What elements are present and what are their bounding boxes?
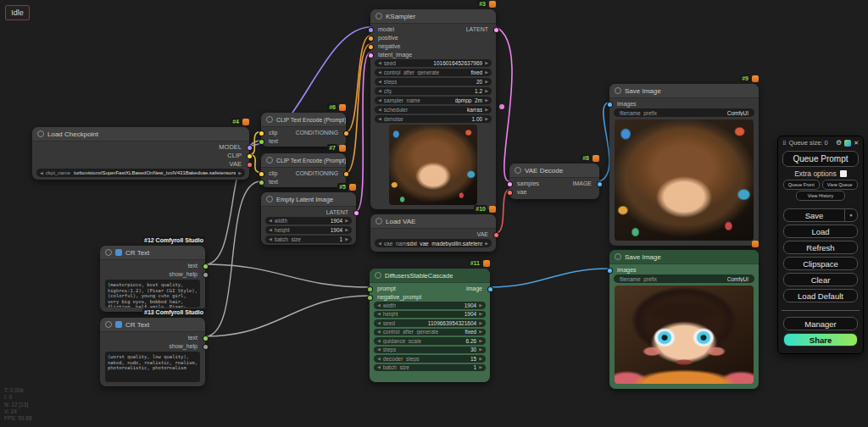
reroute-dot[interactable] — [499, 104, 504, 109]
refresh-button[interactable]: Refresh — [783, 241, 858, 254]
prompt-slot-dot[interactable] — [368, 287, 372, 291]
clipspace-button[interactable]: Clipspace — [783, 257, 858, 270]
node-load-checkpoint[interactable]: #4 Load Checkpoint MODEL CLIP VAE ◀ ckpt… — [32, 127, 249, 180]
next-value-icon[interactable]: ▶ — [485, 97, 488, 104]
output-vae[interactable]: VAE — [370, 230, 496, 239]
prev-value-icon[interactable]: ◀ — [377, 346, 381, 353]
node-cr-text-negative[interactable]: #13 Comfyroll Studio CR Text text show_h… — [100, 318, 205, 386]
queue-prompt-button[interactable]: Queue Prompt — [782, 151, 859, 167]
vae-slot-dot[interactable] — [508, 191, 512, 195]
widget-control-after-generate[interactable]: ◀control_after_generatefixed▶ — [374, 329, 486, 336]
clip-slot-dot[interactable] — [248, 154, 252, 158]
image-slot-dot[interactable] — [488, 287, 492, 291]
node-cr-text-positive[interactable]: #12 Comfyroll Studio CR Text text show_h… — [100, 246, 205, 312]
next-value-icon[interactable]: ▶ — [479, 355, 482, 363]
collapse-icon[interactable] — [615, 87, 621, 94]
conditioning-slot-dot[interactable] — [344, 172, 348, 176]
next-value-icon[interactable]: ▶ — [485, 59, 488, 67]
widget-guidance-scale[interactable]: ◀guidance_scale6.26▶ — [374, 337, 486, 345]
collapse-icon[interactable] — [375, 272, 381, 279]
node-clip-encode-positive[interactable]: #6 CLIP Text Encode (Prompt) clipCONDITI… — [261, 113, 346, 147]
widget-batch-size[interactable]: ◀batch_size1▶ — [265, 236, 352, 243]
widget-height[interactable]: ◀height1904▶ — [265, 226, 352, 234]
latent-slot-dot[interactable] — [369, 53, 373, 58]
queue-front-button[interactable]: Queue Front — [783, 180, 820, 190]
image-slot-dot[interactable] — [608, 103, 612, 107]
prev-value-icon[interactable]: ◀ — [269, 217, 272, 225]
collapse-icon[interactable] — [105, 249, 112, 256]
output-vae[interactable]: VAE — [32, 160, 249, 169]
widget-decoder-steps[interactable]: ◀decoder_steps15▶ — [374, 355, 486, 363]
next-value-icon[interactable]: ▶ — [479, 319, 482, 327]
prev-value-icon[interactable]: ◀ — [378, 115, 381, 123]
next-value-icon[interactable]: ▶ — [485, 106, 488, 114]
output-model[interactable]: MODEL — [32, 143, 249, 152]
collapse-icon[interactable] — [376, 13, 382, 19]
next-value-icon[interactable]: ▶ — [485, 78, 488, 86]
next-value-icon[interactable]: ▶ — [238, 169, 242, 177]
collapse-icon[interactable] — [105, 321, 112, 328]
output-clip[interactable]: CLIP — [32, 152, 249, 160]
next-value-icon[interactable]: ▶ — [345, 236, 348, 243]
vae-slot-dot[interactable] — [494, 233, 498, 237]
output-text[interactable]: text — [100, 262, 205, 270]
save-button[interactable]: Save — [783, 208, 844, 222]
view-history-button[interactable]: View History — [796, 191, 845, 201]
widget-scheduler[interactable]: ◀schedulerkarras▶ — [375, 106, 492, 114]
widget-control-after-generate[interactable]: ◀control_after_generatefixed▶ — [375, 69, 492, 76]
output-show-help[interactable]: show_help — [100, 342, 205, 351]
next-value-icon[interactable]: ▶ — [485, 240, 488, 247]
next-value-icon[interactable]: ▶ — [485, 69, 488, 76]
next-value-icon[interactable]: ▶ — [479, 302, 482, 309]
widget-filename-prefix[interactable]: filename_prefixComfyUI — [614, 108, 754, 117]
prev-value-icon[interactable]: ◀ — [377, 337, 381, 345]
latent-slot-dot[interactable] — [494, 28, 498, 32]
text-slot-dot[interactable] — [203, 264, 208, 269]
collapse-icon[interactable] — [266, 116, 273, 123]
node-header[interactable]: CR Text — [100, 318, 205, 332]
node-header[interactable]: Load VAE — [370, 214, 496, 229]
node-header[interactable]: DiffusersStableCascade — [370, 269, 490, 283]
node-header[interactable]: CLIP Text Encode (Prompt) — [261, 153, 346, 168]
collapse-icon[interactable] — [37, 130, 44, 137]
collapse-icon[interactable] — [615, 253, 621, 260]
conditioning-slot-dot[interactable] — [344, 131, 348, 136]
prev-value-icon[interactable]: ◀ — [377, 355, 381, 363]
clear-button[interactable]: Clear — [783, 273, 858, 286]
prev-value-icon[interactable]: ◀ — [378, 87, 381, 95]
vae-slot-dot[interactable] — [248, 163, 252, 167]
prev-value-icon[interactable]: ◀ — [269, 226, 272, 234]
next-value-icon[interactable]: ▶ — [485, 87, 488, 95]
node-save-image-top[interactable]: #9 Save Image images filename_prefixComf… — [609, 84, 759, 246]
prev-value-icon[interactable]: ◀ — [378, 78, 381, 86]
prev-value-icon[interactable]: ◀ — [378, 106, 381, 114]
next-value-icon[interactable]: ▶ — [479, 310, 482, 318]
next-value-icon[interactable]: ▶ — [479, 328, 482, 336]
node-header[interactable]: VAE Decode — [509, 164, 599, 178]
view-queue-button[interactable]: View Queue — [822, 180, 859, 190]
next-value-icon[interactable]: ▶ — [345, 217, 348, 225]
gallery-icon[interactable] — [844, 140, 851, 147]
text-slot-dot[interactable] — [259, 180, 264, 185]
prev-value-icon[interactable]: ◀ — [377, 328, 381, 336]
negative-prompt-slot-dot[interactable] — [368, 296, 372, 300]
widget-sampler-name[interactable]: ◀sampler_namedpmpp_2m▶ — [375, 97, 492, 104]
node-header[interactable]: KSampler — [370, 9, 496, 24]
node-graph-canvas[interactable]: Idle #4 Load Checkpoint MODEL CLIP VAE ◀… — [0, 0, 868, 427]
show-help-slot-dot[interactable] — [203, 273, 208, 277]
latent-slot-dot[interactable] — [354, 211, 359, 215]
output-show-help[interactable]: show_help — [100, 270, 205, 279]
next-value-icon[interactable]: ▶ — [479, 337, 482, 345]
widget-width[interactable]: ◀width1904▶ — [265, 217, 352, 225]
output-text[interactable]: text — [100, 334, 205, 342]
model-slot-dot[interactable] — [369, 28, 373, 32]
extra-options-checkbox[interactable] — [840, 170, 847, 177]
node-ksampler[interactable]: #3 KSampler modelLATENT positive negativ… — [370, 9, 496, 209]
close-icon[interactable]: ✕ — [854, 140, 859, 147]
node-header[interactable]: Save Image — [609, 250, 759, 264]
widget-seed[interactable]: ◀seed1016016452637969▶ — [375, 59, 492, 67]
node-header[interactable]: CR Text — [100, 246, 205, 260]
output-latent[interactable]: LATENT — [261, 208, 356, 217]
show-help-slot-dot[interactable] — [203, 345, 208, 349]
prompt-textarea[interactable]: (masterpiece, best quality, highres:1.2)… — [105, 280, 200, 308]
